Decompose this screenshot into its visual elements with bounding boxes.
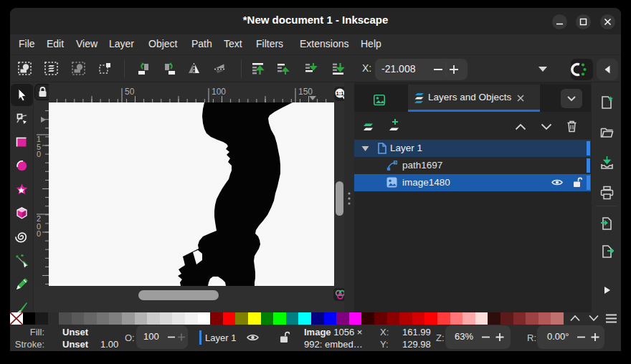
svg-text:100: 100 (212, 87, 226, 97)
svg-text:50: 50 (125, 87, 135, 97)
svg-text:150: 150 (298, 87, 313, 97)
svg-text:1:1: 1:1 (336, 90, 344, 97)
